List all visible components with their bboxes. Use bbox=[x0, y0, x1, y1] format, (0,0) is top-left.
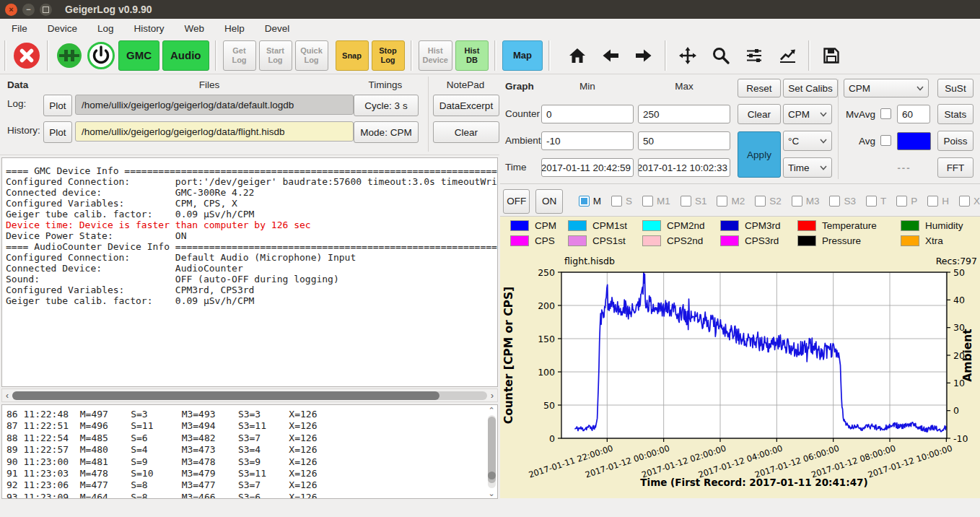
log-file-field[interactable]: /home/ullix/geigerlog/geigerlog/data/def… bbox=[75, 95, 354, 115]
set-calibs-button[interactable]: Set Calibs bbox=[783, 79, 838, 97]
fft-button[interactable]: FFT bbox=[937, 157, 974, 178]
all-on-button[interactable]: ON bbox=[535, 189, 562, 214]
window-close-button[interactable]: × bbox=[5, 4, 17, 16]
nav-customize-button[interactable] bbox=[775, 43, 800, 68]
power-device-button[interactable] bbox=[87, 41, 115, 70]
nav-back-button[interactable] bbox=[598, 43, 623, 68]
notepad-horizontal-scrollbar[interactable]: ‹ › bbox=[1, 388, 498, 402]
counter-unit-dropdown[interactable]: CPM bbox=[783, 104, 832, 124]
scroll-up-arrow-icon[interactable]: ⌃ bbox=[488, 406, 494, 414]
window-minimize-button[interactable]: − bbox=[22, 4, 35, 16]
checkbox[interactable] bbox=[755, 196, 766, 207]
plot-variable-checkbox[interactable]: M1 bbox=[642, 196, 670, 207]
checkbox[interactable] bbox=[717, 196, 727, 207]
variable-color-swatch[interactable] bbox=[897, 132, 931, 150]
clear-button[interactable]: Clear bbox=[738, 104, 781, 124]
quick-log-button[interactable]: Quick Log bbox=[295, 40, 328, 71]
hist-db-button[interactable]: Hist DB bbox=[455, 40, 489, 71]
notepad-clear-button[interactable]: Clear bbox=[433, 121, 499, 143]
apply-button[interactable]: Apply bbox=[738, 131, 781, 178]
legend-item: Xtra bbox=[901, 235, 980, 246]
poiss-button[interactable]: Poiss bbox=[937, 131, 974, 151]
stats-button[interactable]: Stats bbox=[937, 104, 974, 124]
plot-variable-checkbox[interactable]: P bbox=[896, 196, 917, 207]
menu-item[interactable]: Devel bbox=[255, 20, 300, 37]
plot-variable-checkbox[interactable]: S1 bbox=[681, 196, 707, 207]
nav-subplots-button[interactable] bbox=[742, 43, 766, 68]
checkbox[interactable] bbox=[642, 196, 653, 207]
plot-variable-checkbox[interactable]: S bbox=[611, 196, 632, 207]
notepad-text-area[interactable]: ==== GMC Device Info ===================… bbox=[1, 157, 498, 387]
avg-checkbox[interactable] bbox=[880, 135, 891, 146]
cycle-button[interactable]: Cycle: 3 s bbox=[354, 95, 419, 116]
counter-max-input[interactable]: 250 bbox=[638, 105, 730, 123]
nav-forward-button[interactable] bbox=[631, 43, 656, 68]
checkbox[interactable] bbox=[681, 196, 691, 207]
data-excerpt-button[interactable]: DataExcerpt bbox=[433, 95, 499, 116]
start-log-button[interactable]: Start Log bbox=[259, 40, 292, 71]
get-log-button[interactable]: Get Log bbox=[223, 40, 256, 71]
checkbox[interactable] bbox=[829, 196, 840, 207]
log-vertical-scrollbar[interactable]: ⌃ ⌄ bbox=[486, 406, 496, 498]
mode-button[interactable]: Mode: CPM bbox=[354, 121, 419, 143]
window-maximize-button[interactable] bbox=[40, 4, 52, 16]
plot-variable-checkbox[interactable]: X bbox=[959, 196, 980, 207]
scroll-right-arrow-icon[interactable]: › bbox=[487, 391, 497, 400]
all-off-button[interactable]: OFF bbox=[503, 189, 530, 214]
save-figure-button[interactable] bbox=[819, 43, 844, 68]
plot-variable-checkbox[interactable]: H bbox=[927, 196, 949, 207]
ambient-unit-dropdown[interactable]: °C bbox=[783, 131, 832, 151]
mvavg-checkbox[interactable] bbox=[880, 108, 891, 119]
plot-log-button[interactable]: Plot bbox=[43, 95, 72, 116]
checkbox[interactable] bbox=[896, 196, 907, 207]
reset-button[interactable]: Reset bbox=[738, 79, 781, 97]
menu-item[interactable]: History bbox=[124, 20, 175, 37]
mvavg-input[interactable]: 60 bbox=[897, 105, 930, 123]
counter-min-input[interactable]: 0 bbox=[541, 105, 634, 123]
gmc-device-button[interactable]: GMC bbox=[118, 40, 159, 71]
scroll-down-arrow-icon[interactable]: ⌄ bbox=[488, 489, 494, 498]
selected-variable-dropdown[interactable]: CPM bbox=[844, 79, 929, 97]
time-max-input[interactable]: 2017-01-12 10:02:33 bbox=[638, 158, 730, 177]
history-file-field[interactable]: /home/ullix/geigerlog/geigerlog/data/fli… bbox=[75, 121, 354, 142]
checkbox[interactable] bbox=[959, 196, 970, 207]
exit-button[interactable] bbox=[12, 41, 41, 70]
plot-variable-checkbox[interactable]: S3 bbox=[829, 196, 856, 207]
menu-item[interactable]: Log bbox=[87, 20, 124, 37]
plot-variable-checkbox[interactable]: T bbox=[866, 196, 886, 207]
map-button[interactable]: Map bbox=[502, 40, 543, 71]
menu-item[interactable]: Help bbox=[214, 20, 255, 37]
checkbox[interactable] bbox=[611, 196, 622, 207]
connect-device-button[interactable] bbox=[55, 41, 84, 70]
ambient-min-input[interactable]: -10 bbox=[541, 131, 634, 150]
menu-item[interactable]: Device bbox=[38, 20, 87, 37]
checkbox[interactable] bbox=[579, 196, 590, 207]
menu-item[interactable]: File bbox=[1, 20, 38, 37]
plot-variable-checkbox[interactable]: M2 bbox=[717, 196, 745, 207]
scroll-left-arrow-icon[interactable]: ‹ bbox=[2, 391, 12, 400]
ambient-max-input[interactable]: 50 bbox=[638, 131, 730, 150]
plot-history-button[interactable]: Plot bbox=[43, 121, 72, 143]
nav-pan-button[interactable] bbox=[675, 43, 700, 68]
plot-variable-checkbox[interactable]: M3 bbox=[792, 196, 820, 207]
history-plot-canvas[interactable]: 050100150200250-10010203040502017-01-11 … bbox=[500, 254, 980, 497]
scrollbar-thumb[interactable] bbox=[12, 391, 439, 400]
audio-device-button[interactable]: Audio bbox=[162, 40, 209, 71]
nav-home-button[interactable] bbox=[565, 43, 590, 68]
checkbox[interactable] bbox=[792, 196, 802, 207]
log-excerpt-area[interactable]: 86 11:22:48 M=497 S=3 M3=493 S3=3 X=1268… bbox=[1, 404, 498, 499]
plot-variable-checkbox[interactable]: S2 bbox=[755, 196, 782, 207]
stop-log-button[interactable]: Stop Log bbox=[372, 40, 405, 71]
checkbox[interactable] bbox=[927, 196, 938, 207]
checkbox[interactable] bbox=[866, 196, 877, 207]
time-unit-dropdown[interactable]: Time bbox=[783, 157, 832, 178]
scrollbar-track[interactable] bbox=[488, 415, 496, 488]
time-min-input[interactable]: 2017-01-11 20:42:59 bbox=[541, 158, 634, 177]
plot-variable-checkbox[interactable]: M bbox=[579, 196, 601, 207]
nav-zoom-button[interactable] bbox=[709, 43, 733, 68]
menu-item[interactable]: Web bbox=[175, 20, 215, 37]
sust-button[interactable]: SuSt bbox=[937, 79, 974, 97]
snap-button[interactable]: Snap bbox=[336, 40, 369, 71]
hist-device-button[interactable]: Hist Device bbox=[419, 40, 452, 71]
scrollbar-track[interactable] bbox=[12, 391, 487, 400]
